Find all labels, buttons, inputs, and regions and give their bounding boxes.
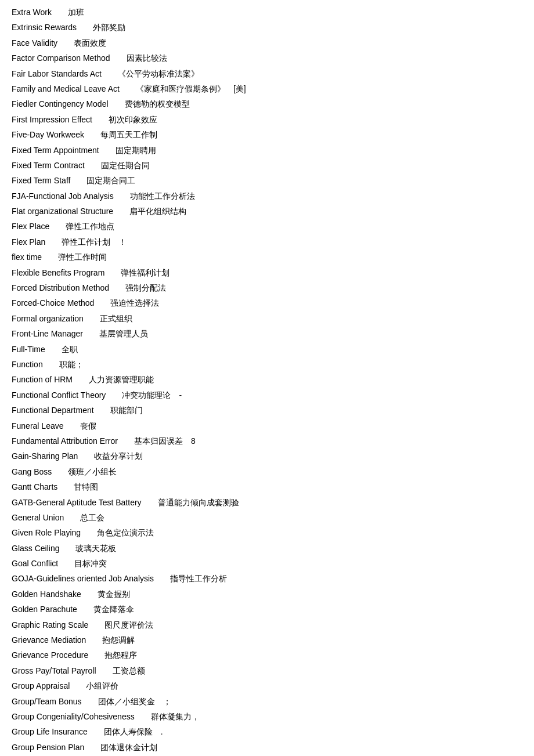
entry-english: Functional Conflict Theory [12,390,106,400]
list-item: Flexible Benefits Program 弹性福利计划 [12,265,522,280]
list-item: Golden Handshake 黄金握别 [12,587,522,602]
entry-english: Five-Day Workweek [12,130,84,139]
entry-english: First Impression Effect [12,115,92,124]
entry-english: Function of HRM [12,375,73,384]
entry-english: Gain-Sharing Plan [12,451,78,461]
list-item: Goal Conflict 目标冲突 [12,556,522,571]
list-item: Group Congeniality/Cohesiveness 群体凝集力， [12,709,522,724]
entry-english: Fundamental Attribution Error [12,436,118,446]
entry-english: Forced Distribution Method [12,283,109,292]
entry-chinese: 正式组织 [100,314,132,323]
list-item: Group Life Insurance 团体人寿保险 . [12,724,522,739]
entry-chinese: 职能； [59,360,84,369]
entry-chinese: 抱怨调解 [102,635,135,645]
entry-english: flex time [12,252,42,262]
entry-chinese: 基层管理人员 [99,329,148,338]
entry-english: GOJA-Guidelines oriented Job Analysis [12,574,154,583]
list-item: Gantt Charts 甘特图 [12,479,522,494]
entry-chinese: 弹性工作时间 [58,252,107,262]
list-item: Face Validity 表面效度 [12,35,522,50]
entry-chinese: 黄金握别 [98,589,130,599]
entry-english: Fixed Term Contract [12,161,85,170]
list-item: Funeral Leave 丧假 [12,418,522,433]
entry-chinese: 强迫性选择法 [110,298,159,308]
list-item: Formal organization 正式组织 [12,311,522,326]
entry-english: Glass Ceiling [12,544,59,553]
list-item: Forced-Choice Method 强迫性选择法 [12,295,522,310]
list-item: Five-Day Workweek 每周五天工作制 [12,127,522,142]
list-item: Grievance Procedure 抱怨程序 [12,648,522,663]
list-item: Gross Pay/Total Payroll 工资总额 [12,663,522,678]
list-item: Fixed Term Staff 固定期合同工 [12,173,522,188]
entry-chinese: 角色定位演示法 [97,528,154,537]
entry-chinese: 表面效度 [74,38,106,48]
entry-chinese: 群体凝集力， [151,712,200,721]
entry-english: Full-Time [12,345,45,354]
entry-chinese: 黄金降落伞 [93,605,134,614]
list-item: Function of HRM 人力资源管理职能 [12,372,522,387]
entry-english: Factor Comparison Method [12,53,110,63]
entry-english: Functional Department [12,406,94,415]
entry-english: Group/Team Bonus [12,697,82,706]
entry-english: Flex Place [12,222,49,231]
entry-chinese: 收益分享计划 [94,451,143,461]
entry-chinese: 图尺度评价法 [104,620,153,630]
entry-chinese: 费德勒的权变模型 [125,99,190,108]
list-item: Graphic Rating Scale 图尺度评价法 [12,617,522,632]
list-item: Grievance Mediation 抱怨调解 [12,632,522,648]
entry-chinese: 弹性福利计划 [121,268,169,277]
entry-chinese: 功能性工作分析法 [130,191,195,201]
entry-english: Front-Line Manager [12,329,83,338]
list-item: Fixed Term Appointment 固定期聘用 [12,143,522,158]
entry-chinese: 全职 [62,345,78,354]
entry-chinese: 冲突功能理论 - [122,390,182,400]
entry-english: Flexible Benefits Program [12,268,104,277]
entry-english: Grievance Procedure [12,650,88,660]
entry-chinese: 职能部门 [110,406,143,415]
list-item: Gang Boss 领班／小组长 [12,464,522,479]
list-item: Fixed Term Contract 固定任期合同 [12,158,522,173]
entry-english: Group Appraisal [12,681,70,690]
entry-chinese: 总工会 [80,513,104,522]
entry-chinese: 目标冲突 [74,559,107,568]
entry-chinese: 加班 [68,8,84,17]
list-item: Group/Team Bonus 团体／小组奖金 ； [12,694,522,709]
list-item: Extra Work 加班 [12,5,522,20]
list-item: Family and Medical Leave Act 《家庭和医疗假期条例》… [12,81,522,96]
entry-chinese: 玻璃天花板 [75,544,116,553]
entry-chinese: 团体退休金计划 [100,743,157,752]
entry-chinese: 指导性工作分析 [170,574,227,583]
list-item: General Union 总工会 [12,510,522,525]
entry-english: Funeral Leave [12,421,64,431]
entry-chinese: 工资总额 [113,666,145,675]
entry-english: GATB-General Aptitude Test Battery [12,498,142,507]
entry-english: Extra Work [12,8,52,17]
list-item: Given Role Playing 角色定位演示法 [12,525,522,540]
entry-chinese: 固定期聘用 [116,146,156,155]
entry-english: Fair Labor Standards Act [12,69,102,78]
entry-chinese: 普通能力倾向成套测验 [158,498,239,507]
entry-chinese: 每周五天工作制 [100,130,157,139]
entry-english: Fixed Term Appointment [12,146,99,155]
list-item: Flat organizational Structure 扁平化组织结构 [12,204,522,219]
entry-chinese: 抱怨程序 [104,650,137,660]
list-item: Functional Department 职能部门 [12,403,522,418]
list-item: Forced Distribution Method 强制分配法 [12,280,522,295]
list-item: GOJA-Guidelines oriented Job Analysis 指导… [12,571,522,586]
list-item: Fiedler Contingency Model 费德勒的权变模型 [12,96,522,111]
list-item: Fair Labor Standards Act 《公平劳动标准法案》 [12,66,522,81]
list-item: Function 职能； [12,357,522,372]
entry-english: Golden Handshake [12,589,81,599]
entry-chinese: 团体人寿保险 . [104,727,163,736]
entry-english: Golden Parachute [12,605,77,614]
glossary-list: Extra Work 加班Extrinsic Rewards 外部奖励Face … [12,5,522,756]
entry-english: Forced-Choice Method [12,298,94,308]
entry-chinese: 初次印象效应 [109,115,157,124]
entry-english: Goal Conflict [12,559,58,568]
entry-english: Fixed Term Staff [12,176,70,185]
entry-english: Extrinsic Rewards [12,23,77,32]
list-item: Flex Place 弹性工作地点 [12,219,522,234]
entry-english: Group Life Insurance [12,727,88,736]
entry-english: Given Role Playing [12,528,81,537]
entry-english: Group Pension Plan [12,743,84,752]
